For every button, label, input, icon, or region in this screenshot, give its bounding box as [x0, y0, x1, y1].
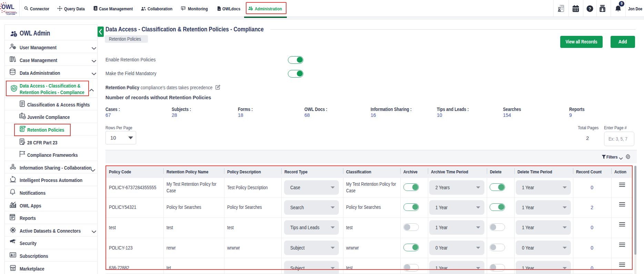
- svg-text:?: ?: [588, 6, 591, 11]
